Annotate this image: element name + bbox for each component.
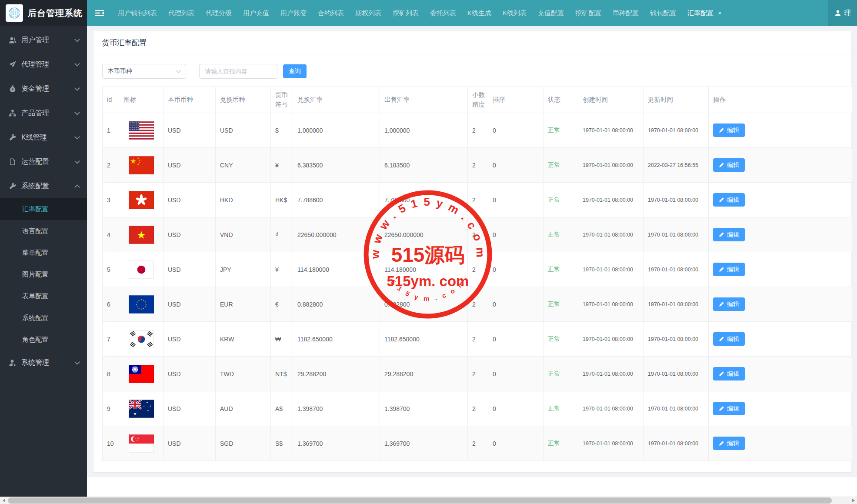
tab-entrust-list[interactable]: 委托列表 <box>424 0 462 26</box>
cell-sell_rate: 6.183500 <box>380 148 468 183</box>
cell-quote: SGD <box>216 426 271 461</box>
horizontal-scrollbar <box>0 497 857 504</box>
tab-user-recharge[interactable]: 用户充值 <box>237 0 275 26</box>
search-button[interactable]: 查询 <box>283 64 307 78</box>
status-badge: 正常 <box>548 335 560 342</box>
sidebar-item-system-management[interactable]: 系统管理 <box>0 350 87 375</box>
cell-quote: HKD <box>216 183 271 217</box>
cell-created: 1970-01-01 08:00:00 <box>578 426 644 461</box>
cell-created: 1970-01-01 08:00:00 <box>578 217 644 252</box>
cell-sort: 0 <box>488 252 544 287</box>
tab-mining-list[interactable]: 挖矿列表 <box>387 0 424 26</box>
tab-user-wallet-list[interactable]: 用户钱包列表 <box>112 0 163 26</box>
sidebar-subitem-rate-config[interactable]: 汇率配置 <box>0 198 87 220</box>
cell-sort: 0 <box>488 322 544 357</box>
sidebar-item-operation-config[interactable]: 运营配置 <box>0 150 87 174</box>
cell-action: 编辑 <box>709 322 852 357</box>
cell-status: 正常 <box>544 426 578 461</box>
sidebar-item-label: 系统配置 <box>21 182 75 191</box>
column-header-sell_rate: 出售汇率 <box>380 87 468 113</box>
base-currency-select[interactable]: 本币币种 <box>102 64 186 79</box>
cell-status: 正常 <box>544 287 578 322</box>
cell-buy_rate: 29.288200 <box>293 357 380 391</box>
cell-updated: 1970-01-01 08:00:00 <box>644 391 709 426</box>
tab-rate-config[interactable]: 汇率配置× <box>682 0 727 26</box>
scroll-left-arrow[interactable] <box>0 497 7 504</box>
sidebar-subitem-form-config[interactable]: 表单配置 <box>0 285 87 307</box>
chevron-down-icon <box>74 134 80 140</box>
cell-sort: 0 <box>488 426 544 461</box>
cell-updated: 1970-01-01 08:00:00 <box>644 183 709 217</box>
table-row: 6USDEUR€0.8828000.88280020正常1970-01-01 0… <box>103 287 852 322</box>
pencil-icon <box>719 232 724 237</box>
cell-flag <box>119 287 163 322</box>
flag-hk-icon <box>129 191 154 209</box>
cell-precision: 2 <box>468 113 488 148</box>
tab-coin-config[interactable]: 币种配置 <box>607 0 644 26</box>
sidebar-subitem-language-config[interactable]: 语言配置 <box>0 220 87 242</box>
edit-button[interactable]: 编辑 <box>713 437 745 450</box>
edit-button[interactable]: 编辑 <box>713 158 745 172</box>
edit-button[interactable]: 编辑 <box>713 402 745 415</box>
tab-contract-list[interactable]: 合约列表 <box>312 0 350 26</box>
cell-quote: TWD <box>216 357 271 391</box>
edit-button[interactable]: 编辑 <box>713 332 745 346</box>
money-bag-icon: ¥ <box>9 85 17 93</box>
sidebar-item-kline-management[interactable]: K线管理 <box>0 125 87 150</box>
tab-kline-generate[interactable]: K线生成 <box>462 0 497 26</box>
status-badge: 正常 <box>548 127 560 134</box>
cell-action: 编辑 <box>709 113 852 148</box>
tab-wallet-config[interactable]: 钱包配置 <box>644 0 682 26</box>
sidebar-item-user-management[interactable]: 用户管理 <box>0 28 87 52</box>
pencil-icon <box>719 371 724 377</box>
tab-kline-list[interactable]: K线列表 <box>497 0 532 26</box>
edit-button[interactable]: 编辑 <box>713 123 745 137</box>
edit-button-label: 编辑 <box>727 231 739 239</box>
cell-action: 编辑 <box>709 183 852 217</box>
cell-sell_rate: 1.398700 <box>380 391 468 426</box>
tab-label: 币种配置 <box>613 9 639 17</box>
cell-action: 编辑 <box>709 217 852 252</box>
edit-button[interactable]: 编辑 <box>713 297 745 311</box>
scroll-right-arrow[interactable] <box>850 497 857 504</box>
sidebar-toggle-button[interactable] <box>87 0 112 26</box>
pencil-icon <box>719 441 724 446</box>
sidebar-subitem-image-config[interactable]: 图片配置 <box>0 264 87 285</box>
close-icon[interactable]: × <box>718 9 722 17</box>
menu-collapse-icon <box>95 9 104 17</box>
tab-user-account-change[interactable]: 用户账变 <box>275 0 312 26</box>
sidebar-item-label: 代理管理 <box>21 60 75 69</box>
cell-quote: AUD <box>216 391 271 426</box>
flag-kr-icon <box>129 330 154 348</box>
edit-button[interactable]: 编辑 <box>713 193 745 207</box>
edit-button[interactable]: 编辑 <box>713 228 745 241</box>
sidebar-item-agent-management[interactable]: 代理管理 <box>0 52 87 77</box>
sidebar-item-funds-management[interactable]: ¥资金管理 <box>0 77 87 101</box>
cell-buy_rate: 114.180000 <box>293 252 380 287</box>
tab-mining-config[interactable]: 挖矿配置 <box>570 0 607 26</box>
tab-agent-grade[interactable]: 代理分级 <box>200 0 237 26</box>
column-header-sort: 排序 <box>488 87 544 113</box>
status-badge: 正常 <box>548 196 560 203</box>
tab-agent-list[interactable]: 代理列表 <box>163 0 200 26</box>
pencil-icon <box>719 301 724 307</box>
tab-recharge-config[interactable]: 充值配置 <box>532 0 570 26</box>
scrollbar-thumb[interactable] <box>8 497 832 504</box>
edit-button-label: 编辑 <box>727 300 739 308</box>
sidebar-item-product-management[interactable]: 产品管理 <box>0 101 87 125</box>
edit-button[interactable]: 编辑 <box>713 367 745 381</box>
user-menu[interactable]: 理 <box>828 0 857 26</box>
status-badge: 正常 <box>548 266 560 273</box>
edit-button[interactable]: 编辑 <box>713 263 745 276</box>
status-badge: 正常 <box>548 161 560 168</box>
cell-quote: USD <box>216 113 271 148</box>
sidebar-item-system-config[interactable]: 系统配置 <box>0 174 87 198</box>
search-input[interactable] <box>199 64 277 79</box>
sidebar-subitem-role-config[interactable]: 角色配置 <box>0 329 87 350</box>
cell-sell_rate: 1.369700 <box>380 426 468 461</box>
sidebar-subitem-system-config-item[interactable]: 系统配置 <box>0 307 87 329</box>
cell-flag <box>119 252 163 287</box>
sidebar-subitem-menu-config[interactable]: 菜单配置 <box>0 242 87 264</box>
tab-option-list[interactable]: 期权列表 <box>350 0 387 26</box>
cell-quote: EUR <box>216 287 271 322</box>
